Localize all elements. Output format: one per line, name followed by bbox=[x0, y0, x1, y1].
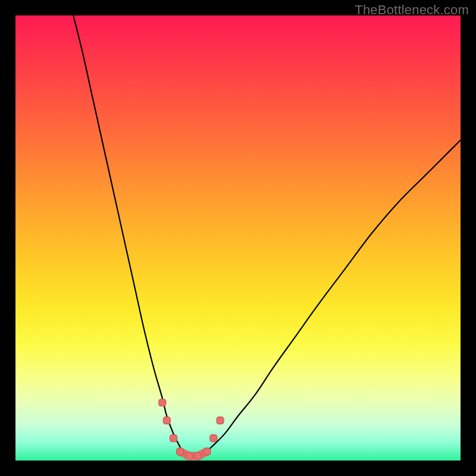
marker-dot bbox=[159, 399, 166, 406]
right-curve bbox=[202, 140, 461, 456]
marker-dot bbox=[177, 448, 184, 455]
left-curve bbox=[73, 15, 184, 456]
marker-dot bbox=[195, 453, 202, 460]
marker-dot bbox=[163, 417, 170, 424]
chart-frame: TheBottleneck.com bbox=[0, 0, 476, 476]
chart-svg bbox=[15, 15, 461, 461]
bottleneck-run bbox=[180, 452, 207, 456]
marker-dot bbox=[217, 417, 224, 424]
watermark-text: TheBottleneck.com bbox=[355, 2, 469, 18]
plot-area bbox=[15, 15, 461, 461]
bottleneck-markers bbox=[159, 399, 224, 460]
marker-dot bbox=[186, 453, 193, 460]
marker-dot bbox=[170, 435, 177, 442]
marker-dot bbox=[203, 448, 211, 455]
marker-dot bbox=[210, 435, 217, 442]
